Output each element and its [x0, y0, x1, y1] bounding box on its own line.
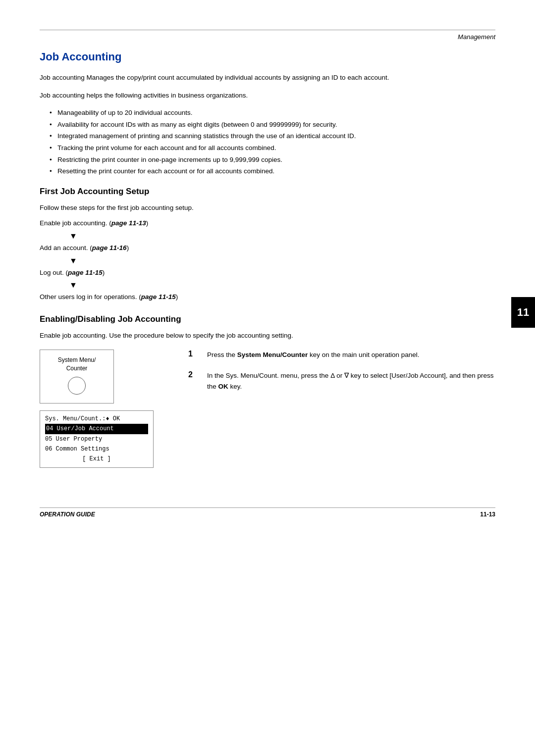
chapter-tab: 11: [511, 297, 535, 328]
arrow-down-1: ▼: [69, 232, 495, 241]
list-item: Tracking the print volume for each accou…: [50, 143, 495, 153]
list-item: Restricting the print counter in one-pag…: [50, 154, 495, 165]
list-item: Availability for account IDs with as man…: [50, 119, 495, 130]
step-item-2: 2 In the Sys. Menu/Count. menu, press th…: [188, 370, 495, 392]
section1-intro: Follow these steps for the first job acc…: [40, 202, 495, 213]
feature-list: Manageability of up to 20 individual acc…: [50, 107, 495, 177]
footer-right: 11-13: [480, 511, 495, 518]
arrow-down-2: ▼: [69, 256, 495, 265]
step-number-2: 2: [188, 370, 199, 379]
step-content-1: Press the System Menu/Counter key on the…: [207, 350, 419, 360]
intro-paragraph-1: Job accounting Manages the copy/print co…: [40, 72, 495, 83]
footer: OPERATION GUIDE 11-13: [40, 511, 495, 518]
sys-menu-diagram: System Menu/ Counter: [40, 350, 114, 403]
list-item: Manageability of up to 20 individual acc…: [50, 107, 495, 118]
step-item-1: 1 Press the System Menu/Counter key on t…: [188, 350, 495, 360]
diagram-column: System Menu/ Counter Sys. Menu/Count.:♦ …: [40, 350, 168, 468]
step-content-2: In the Sys. Menu/Count. menu, press the …: [207, 370, 495, 392]
lcd-line5: [ Exit ]: [45, 454, 148, 464]
intro-paragraph-2: Job accounting helps the following activ…: [40, 90, 495, 101]
step-number-1: 1: [188, 350, 199, 358]
sys-menu-label: System Menu/ Counter: [52, 356, 102, 373]
step2-line: Add an account. (page 11-16): [40, 243, 495, 253]
footer-left: OPERATION GUIDE: [40, 511, 95, 518]
arrow-down-3: ▼: [69, 281, 495, 290]
lcd-line4: 06 Common Settings: [45, 444, 148, 454]
step4-line: Other users log in for operations. (page…: [40, 292, 495, 302]
list-item: Integrated management of printing and sc…: [50, 131, 495, 142]
step3-line: Log out. (page 11-15): [40, 267, 495, 278]
counter-button: [68, 377, 86, 395]
lcd-line2-selected: 04 User/Job Account: [45, 424, 148, 434]
section2-intro: Enable job accounting. Use the procedure…: [40, 330, 495, 341]
chapter-header: Management: [40, 33, 495, 41]
section2-heading: Enabling/Disabling Job Accounting: [40, 314, 495, 324]
procedure-area: System Menu/ Counter Sys. Menu/Count.:♦ …: [40, 350, 495, 468]
step1-line: Enable job accounting. (page 11-13): [40, 218, 495, 229]
lcd-line3: 05 User Property: [45, 434, 148, 444]
section1-heading: First Job Accounting Setup: [40, 187, 495, 197]
lcd-screen: Sys. Menu/Count.:♦ OK 04 User/Job Accoun…: [40, 410, 154, 468]
page-title: Job Accounting: [40, 50, 495, 63]
lcd-line1: Sys. Menu/Count.:♦ OK: [45, 414, 148, 424]
list-item: Resetting the print counter for each acc…: [50, 166, 495, 177]
steps-column: 1 Press the System Menu/Counter key on t…: [188, 350, 495, 402]
